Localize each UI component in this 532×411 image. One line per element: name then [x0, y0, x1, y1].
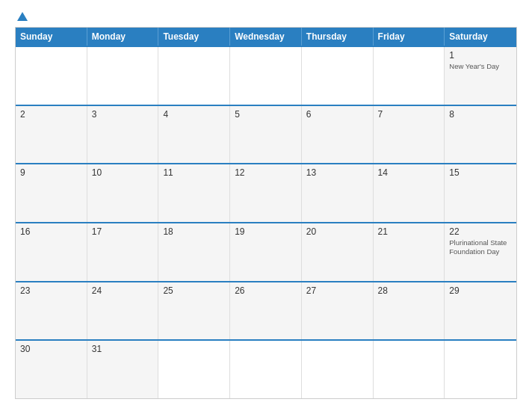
page: SundayMondayTuesdayWednesdayThursdayFrid…	[0, 0, 532, 411]
cal-cell: 18	[158, 223, 230, 281]
cal-cell	[445, 341, 516, 398]
day-number: 20	[306, 226, 368, 237]
cal-cell	[87, 47, 159, 105]
day-number: 2	[20, 109, 82, 120]
day-number: 5	[235, 109, 297, 120]
day-header-wednesday: Wednesday	[230, 28, 302, 46]
cal-cell: 29	[445, 282, 516, 340]
day-header-sunday: Sunday	[16, 28, 87, 46]
cal-cell: 17	[87, 223, 159, 281]
day-number: 18	[163, 226, 225, 237]
day-number: 19	[235, 226, 297, 237]
cal-cell: 19	[230, 223, 302, 281]
cal-cell: 4	[158, 106, 230, 164]
day-number: 1	[449, 50, 512, 61]
day-number: 10	[92, 167, 154, 178]
header	[15, 12, 517, 21]
cal-cell: 9	[16, 164, 87, 222]
cal-cell: 6	[302, 106, 374, 164]
logo-triangle-icon	[17, 12, 28, 21]
day-number: 9	[20, 167, 82, 178]
cal-cell: 10	[87, 164, 159, 222]
week-row-5: 23242526272829	[16, 281, 516, 340]
cal-cell: 7	[374, 106, 445, 164]
day-number: 27	[306, 285, 368, 296]
day-number: 6	[306, 109, 368, 120]
cal-cell	[230, 341, 302, 398]
day-number: 30	[20, 344, 82, 354]
cal-cell: 11	[158, 164, 230, 222]
cal-cell: 2	[16, 106, 87, 164]
cal-cell: 1New Year's Day	[445, 47, 516, 105]
day-number: 23	[20, 285, 82, 296]
day-number: 15	[449, 167, 512, 178]
cal-cell	[302, 341, 374, 398]
day-number: 8	[449, 109, 512, 120]
cal-cell: 27	[302, 282, 374, 340]
cal-cell: 5	[230, 106, 302, 164]
day-number: 13	[306, 167, 368, 178]
cal-cell: 28	[374, 282, 445, 340]
week-row-1: 1New Year's Day	[16, 46, 516, 105]
holiday-label: Plurinational State Foundation Day	[449, 238, 512, 257]
cal-cell: 8	[445, 106, 516, 164]
day-header-tuesday: Tuesday	[158, 28, 230, 46]
calendar-body: 1New Year's Day2345678910111213141516171…	[16, 46, 516, 398]
day-number: 3	[92, 109, 154, 120]
day-header-saturday: Saturday	[445, 28, 516, 46]
country-label	[472, 12, 517, 15]
day-number: 4	[163, 109, 225, 120]
cal-cell: 31	[87, 341, 159, 398]
day-number: 25	[163, 285, 225, 296]
day-number: 7	[378, 109, 440, 120]
cal-cell	[302, 47, 374, 105]
cal-cell: 15	[445, 164, 516, 222]
day-number: 17	[92, 226, 154, 237]
calendar: SundayMondayTuesdayWednesdayThursdayFrid…	[15, 27, 517, 399]
day-number: 29	[449, 285, 512, 296]
week-row-4: 16171819202122Plurinational State Founda…	[16, 222, 516, 281]
cal-cell	[16, 47, 87, 105]
calendar-header-row: SundayMondayTuesdayWednesdayThursdayFrid…	[16, 28, 516, 46]
cal-cell: 3	[87, 106, 159, 164]
week-row-3: 9101112131415	[16, 163, 516, 222]
cal-cell	[230, 47, 302, 105]
day-number: 16	[20, 226, 82, 237]
cal-cell: 21	[374, 223, 445, 281]
cal-cell: 22Plurinational State Foundation Day	[445, 223, 516, 281]
day-number: 26	[235, 285, 297, 296]
cal-cell	[374, 47, 445, 105]
cal-cell	[158, 47, 230, 105]
day-header-friday: Friday	[374, 28, 445, 46]
day-header-monday: Monday	[87, 28, 159, 46]
day-number: 28	[378, 285, 440, 296]
holiday-label: New Year's Day	[449, 62, 512, 71]
cal-cell: 25	[158, 282, 230, 340]
day-number: 11	[163, 167, 225, 178]
cal-cell: 13	[302, 164, 374, 222]
cal-cell: 12	[230, 164, 302, 222]
day-number: 21	[378, 226, 440, 237]
logo	[15, 12, 28, 21]
day-number: 12	[235, 167, 297, 178]
cal-cell: 23	[16, 282, 87, 340]
cal-cell: 30	[16, 341, 87, 398]
day-number: 14	[378, 167, 440, 178]
day-number: 24	[92, 285, 154, 296]
cal-cell: 20	[302, 223, 374, 281]
cal-cell: 24	[87, 282, 159, 340]
cal-cell: 14	[374, 164, 445, 222]
cal-cell: 16	[16, 223, 87, 281]
cal-cell	[374, 341, 445, 398]
logo-blue-text	[15, 12, 28, 21]
day-number: 31	[92, 344, 154, 354]
day-header-thursday: Thursday	[302, 28, 374, 46]
week-row-6: 3031	[16, 339, 516, 398]
cal-cell	[158, 341, 230, 398]
week-row-2: 2345678	[16, 105, 516, 164]
day-number: 22	[449, 226, 512, 237]
cal-cell: 26	[230, 282, 302, 340]
